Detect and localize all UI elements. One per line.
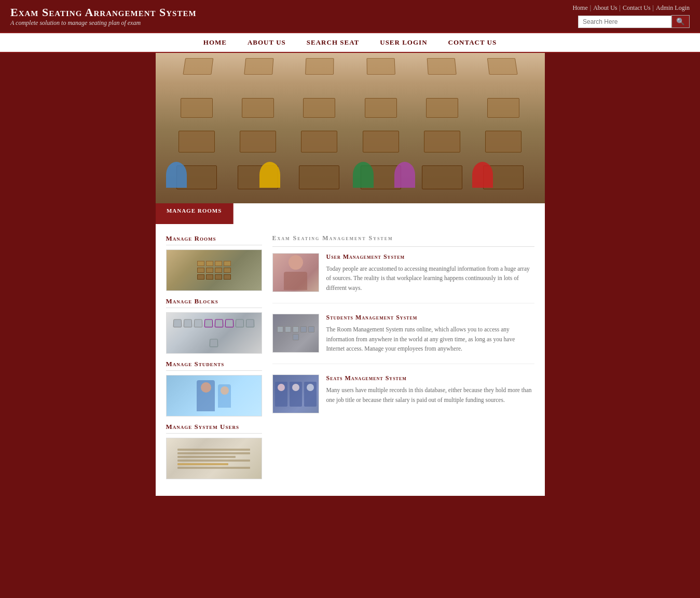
card-text-students: The Room Management System runs online, …	[326, 325, 534, 353]
tab-manage-students[interactable]: MANAGE STUDENTS	[389, 203, 467, 224]
card-title-user: User Management System	[326, 253, 534, 261]
top-link-admin[interactable]: Admin Login	[656, 4, 690, 12]
card-title-seats: Seats Management System	[326, 374, 534, 382]
sidebar-title-users[interactable]: Manage System Users	[166, 423, 262, 434]
site-title: Exam Seating Arrangement System	[10, 6, 197, 19]
right-content: Exam Seating Management System User Mana…	[272, 234, 534, 485]
tab-bar: MANAGE ROOMS MANAGE FLOORS MANAGE SEATIN…	[156, 203, 545, 224]
hero-section: MANAGE ROOMS MANAGE FLOORS MANAGE SEATIN…	[156, 53, 545, 224]
left-sidebar: Manage Rooms	[166, 234, 262, 485]
card-seats-management: Seats Management System Many users have …	[272, 374, 534, 424]
tab-manage-rooms[interactable]: MANAGE ROOMS	[156, 203, 234, 224]
exam-hall-bg	[156, 53, 545, 203]
top-links: Home | About Us | Contact Us | Admin Log…	[572, 4, 690, 12]
card-image-students	[272, 314, 319, 353]
search-input[interactable]	[578, 16, 671, 28]
site-subtitle: A complete solution to manage seating pl…	[10, 19, 197, 27]
nav-item-search[interactable]: SEARCH SEAT	[307, 38, 359, 46]
top-right-area: Home | About Us | Contact Us | Admin Log…	[572, 4, 690, 28]
sidebar-title-students[interactable]: Manage Students	[166, 360, 262, 371]
sidebar-image-students[interactable]	[166, 375, 262, 416]
card-body-students: Students Management System The Room Mana…	[326, 314, 534, 353]
tab-manage-seating[interactable]: MANAGE SEATING PLAN	[311, 203, 389, 224]
sidebar-image-users[interactable]	[166, 438, 262, 479]
card-image-user	[272, 253, 319, 292]
nav-item-about[interactable]: ABOUT US	[248, 38, 286, 46]
search-button[interactable]: 🔍	[671, 15, 690, 28]
nav-item-home[interactable]: HOME	[203, 38, 227, 46]
card-image-seats	[272, 374, 319, 413]
top-link-home[interactable]: Home	[572, 4, 587, 12]
sidebar-image-rooms[interactable]	[166, 249, 262, 291]
content-area: Manage Rooms	[156, 224, 545, 496]
main-nav: HOME ABOUT US SEARCH SEAT USER LOGIN CON…	[0, 32, 700, 53]
card-body-user: User Management System Today people are …	[326, 253, 534, 293]
sidebar-image-blocks[interactable]	[166, 312, 262, 354]
main-wrapper: MANAGE ROOMS MANAGE FLOORS MANAGE SEATIN…	[156, 53, 545, 496]
top-bar: Exam Seating Arrangement System A comple…	[0, 0, 700, 32]
sidebar-title-rooms[interactable]: Manage Rooms	[166, 234, 262, 245]
card-text-user: Today people are accustomed to accessing…	[326, 264, 534, 293]
card-user-management: User Management System Today people are …	[272, 253, 534, 303]
search-bar: 🔍	[578, 15, 690, 28]
sidebar-title-blocks[interactable]: Manage Blocks	[166, 297, 262, 308]
card-text-seats: Many users have multiple records in this…	[326, 385, 534, 405]
nav-item-contact[interactable]: CONTACT US	[448, 38, 497, 46]
top-link-contact[interactable]: Contact Us	[623, 4, 651, 12]
tab-manage-blocks[interactable]: MANAGE BLOCKS	[467, 203, 544, 224]
card-title-students: Students Management System	[326, 314, 534, 322]
hero-image	[156, 53, 545, 203]
card-students-management: Students Management System The Room Mana…	[272, 314, 534, 364]
card-body-seats: Seats Management System Many users have …	[326, 374, 534, 413]
nav-item-login[interactable]: USER LOGIN	[380, 38, 427, 46]
tab-manage-floors[interactable]: MANAGE FLOORS	[234, 203, 311, 224]
site-branding: Exam Seating Arrangement System A comple…	[10, 6, 197, 27]
section-heading: Exam Seating Management System	[272, 234, 534, 247]
top-link-about[interactable]: About Us	[593, 4, 617, 12]
